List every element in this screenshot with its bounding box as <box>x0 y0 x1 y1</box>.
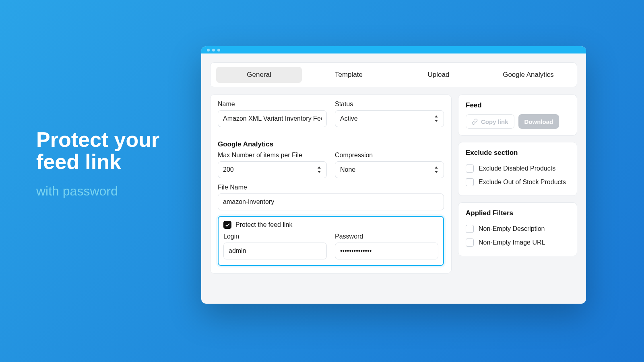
filename-label: File Name <box>218 184 444 191</box>
exclude-oos-checkbox[interactable] <box>466 178 474 186</box>
tab-upload[interactable]: Upload <box>396 67 481 83</box>
status-value: Active <box>340 115 358 122</box>
compression-value: None <box>340 166 355 173</box>
compression-select[interactable]: None <box>335 161 444 178</box>
ga-section-title: Google Analytics <box>218 140 444 148</box>
filter-image-checkbox[interactable] <box>466 239 474 247</box>
window-dot-icon <box>212 49 215 51</box>
login-input[interactable] <box>223 243 327 259</box>
chevron-updown-icon <box>434 115 439 122</box>
tab-template[interactable]: Template <box>306 67 392 83</box>
link-icon <box>472 119 478 125</box>
window-dot-icon <box>207 49 210 51</box>
filter-description-checkbox[interactable] <box>466 225 474 233</box>
compression-label: Compression <box>335 152 444 159</box>
main-form: Name Status Active Google Analytics <box>210 95 452 274</box>
copy-link-label: Copy link <box>481 118 508 125</box>
feed-card-title: Feed <box>466 101 570 109</box>
filter-description-label: Non-Empty Description <box>479 225 545 232</box>
exclude-card-title: Exclude section <box>466 149 570 157</box>
tab-bar: General Template Upload Google Analytics <box>210 62 577 87</box>
chevron-updown-icon <box>317 167 322 173</box>
password-label: Password <box>335 233 438 240</box>
protect-link-panel: Protect the feed link Login Password <box>218 216 444 266</box>
divider <box>218 133 444 133</box>
status-select[interactable]: Active <box>335 110 444 127</box>
exclude-disabled-checkbox[interactable] <box>466 165 474 173</box>
max-items-label: Max Number of items per File <box>218 152 327 159</box>
protect-label: Protect the feed link <box>235 221 292 228</box>
status-label: Status <box>335 101 444 108</box>
exclude-disabled-label: Exclude Disabled Products <box>479 165 555 172</box>
filter-image-label: Non-Empty Image URL <box>479 239 545 246</box>
filters-card-title: Applied Filters <box>466 209 570 217</box>
name-label: Name <box>218 101 327 108</box>
window-titlebar <box>201 46 586 53</box>
promo-text: Protect your feed link with password <box>36 129 159 199</box>
login-label: Login <box>223 233 327 240</box>
filters-card: Applied Filters Non-Empty Description No… <box>458 202 577 256</box>
name-input[interactable] <box>218 110 327 127</box>
window-dot-icon <box>217 49 220 51</box>
max-items-value: 200 <box>223 166 234 173</box>
max-items-select[interactable]: 200 <box>218 161 327 178</box>
exclude-card: Exclude section Exclude Disabled Product… <box>458 142 577 196</box>
promo-subtitle: with password <box>36 184 159 199</box>
protect-checkbox[interactable] <box>223 221 231 229</box>
chevron-updown-icon <box>434 167 439 173</box>
copy-link-button[interactable]: Copy link <box>466 114 514 129</box>
download-button[interactable]: Download <box>518 114 559 129</box>
tab-google-analytics[interactable]: Google Analytics <box>485 67 571 83</box>
filename-input[interactable] <box>218 193 444 210</box>
exclude-oos-label: Exclude Out of Stock Products <box>479 179 566 186</box>
feed-card: Feed Copy link Download <box>458 95 577 136</box>
app-window: General Template Upload Google Analytics… <box>201 46 586 304</box>
tab-general[interactable]: General <box>216 67 302 83</box>
promo-title: Protect your feed link <box>36 129 159 173</box>
check-icon <box>225 222 230 228</box>
password-input[interactable] <box>335 243 438 259</box>
download-label: Download <box>524 118 553 125</box>
